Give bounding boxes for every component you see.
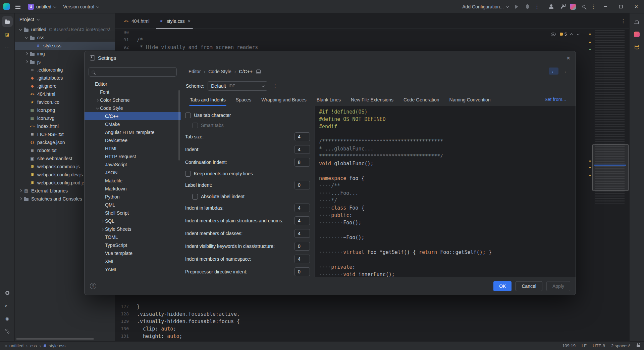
commit-tool-button[interactable]: ◉ xyxy=(2,313,13,324)
horizontal-scrollbar[interactable] xyxy=(16,338,94,340)
settings-tree-item[interactable]: HTTP Request xyxy=(85,152,181,161)
settings-search-box[interactable] xyxy=(89,67,177,77)
settings-tree-item[interactable]: TypeScript xyxy=(85,241,181,249)
breadcrumb-project[interactable]: untitled xyxy=(9,343,23,348)
chevron-down-icon[interactable] xyxy=(96,106,99,109)
number-field[interactable] xyxy=(294,145,310,154)
breadcrumb-editor[interactable]: Editor xyxy=(189,69,201,74)
settings-tree-item[interactable]: Devicetree xyxy=(85,136,181,144)
ok-button[interactable]: OK xyxy=(493,281,512,291)
maximize-button[interactable] xyxy=(613,0,629,13)
lock-icon[interactable] xyxy=(637,345,640,347)
scroll-mark[interactable] xyxy=(589,49,591,50)
close-window-button[interactable]: × xyxy=(629,0,644,13)
scroll-mark[interactable] xyxy=(589,175,591,176)
editor-tab-style.css[interactable]: #style.css× xyxy=(154,13,195,29)
inspections-widget[interactable]: 5 xyxy=(551,32,579,37)
warnings-badge[interactable]: 5 xyxy=(560,32,567,37)
settings-tree-item[interactable]: XML xyxy=(85,257,181,265)
help-button[interactable]: ? xyxy=(90,283,96,289)
cancel-button[interactable]: Cancel xyxy=(516,281,542,291)
sidebar-scrollbar[interactable] xyxy=(178,90,180,161)
project-tree-item[interactable]: #style.css xyxy=(15,42,115,50)
run-button[interactable] xyxy=(511,2,522,12)
forward-arrow-button[interactable]: → xyxy=(560,68,568,75)
project-tree-item[interactable]: css xyxy=(15,34,115,42)
settings-tree-item[interactable]: Style Sheets xyxy=(85,225,181,233)
settings-tree-item[interactable]: YAML xyxy=(85,265,181,273)
checkbox[interactable] xyxy=(185,171,191,177)
database-tool-button[interactable] xyxy=(632,42,642,52)
chevron-down-icon[interactable] xyxy=(19,28,22,31)
number-field[interactable] xyxy=(294,181,310,189)
settings-tree-item[interactable]: Font xyxy=(85,88,181,96)
chevron-right-icon[interactable] xyxy=(101,228,103,230)
git-tool-button[interactable] xyxy=(2,326,13,337)
number-field[interactable] xyxy=(294,255,310,263)
settings-tab-blank-lines[interactable]: Blank Lines xyxy=(313,97,344,106)
settings-tree-item[interactable]: Makefile xyxy=(85,177,181,185)
number-field[interactable] xyxy=(294,158,310,167)
settings-tree-item[interactable]: Markdown xyxy=(85,185,181,193)
checkbox[interactable] xyxy=(192,123,198,128)
settings-tree-item[interactable]: JavaScript xyxy=(85,161,181,169)
terminal-tool-button[interactable]: >_ xyxy=(2,300,13,311)
tab-options-button[interactable]: ⋮ xyxy=(621,18,629,24)
highlighting-eye-icon[interactable] xyxy=(551,33,556,36)
settings-tree-item[interactable]: Vue template xyxy=(85,249,181,257)
minimap-viewport[interactable] xyxy=(592,144,629,191)
chevron-right-icon[interactable] xyxy=(19,198,21,200)
line-separator[interactable]: LF xyxy=(579,343,590,348)
chevron-down-icon[interactable] xyxy=(25,36,28,39)
scheme-indicator-icon[interactable] xyxy=(256,70,261,74)
editor-tab-404.html[interactable]: <>404.html xyxy=(119,13,154,29)
chevron-right-icon[interactable] xyxy=(25,60,28,63)
minimap[interactable] xyxy=(592,29,629,204)
breadcrumb-code-style[interactable]: Code Style xyxy=(208,69,231,74)
scheme-select[interactable]: Default IDE xyxy=(208,81,267,91)
settings-tree-item[interactable]: CMake xyxy=(85,120,181,128)
settings-tree-item[interactable]: SQL xyxy=(85,217,181,225)
set-from-link[interactable]: Set from... xyxy=(544,97,566,102)
settings-tab-naming-convention[interactable]: Naming Convention xyxy=(446,97,494,106)
number-field[interactable] xyxy=(294,216,310,225)
ai-assistant-button[interactable] xyxy=(568,2,578,12)
settings-tree-item[interactable]: QML xyxy=(85,201,181,209)
settings-tree-item[interactable]: Python xyxy=(85,193,181,201)
chevron-right-icon[interactable] xyxy=(19,189,21,192)
settings-tree-item[interactable]: Shell Script xyxy=(85,209,181,217)
minimize-button[interactable] xyxy=(598,0,613,13)
chevron-right-icon[interactable] xyxy=(96,99,98,101)
breadcrumb-folder[interactable]: css xyxy=(30,343,37,348)
settings-tab-tabs-and-indents[interactable]: Tabs and Indents xyxy=(186,97,229,106)
scheme-actions-button[interactable]: ⋮ xyxy=(271,83,279,89)
number-field[interactable] xyxy=(294,267,310,276)
indent-style[interactable]: 2 spaces* xyxy=(608,343,633,348)
debug-button[interactable] xyxy=(522,2,533,12)
more-tool-windows-button[interactable]: ⋯ xyxy=(2,42,13,52)
search-everywhere-button[interactable] xyxy=(578,2,589,12)
more-run-options-button[interactable]: ⋮ xyxy=(533,4,541,9)
settings-tree-item[interactable]: TOML xyxy=(85,233,181,241)
back-arrow-button[interactable]: ← xyxy=(549,68,558,75)
scroll-mark[interactable] xyxy=(589,161,591,162)
main-menu-button[interactable] xyxy=(12,2,23,12)
settings-tree-item[interactable]: Code Style xyxy=(85,104,181,112)
settings-tree-item[interactable]: Editor xyxy=(85,80,181,88)
scroll-mark[interactable] xyxy=(589,167,591,168)
settings-tree-item[interactable]: HTML xyxy=(85,144,181,152)
run-configuration-selector[interactable]: Add Configuration... xyxy=(459,2,511,12)
settings-tree-item[interactable]: Angular HTML template xyxy=(85,128,181,136)
chevron-right-icon[interactable] xyxy=(25,52,28,55)
project-tree-item[interactable]: untitledC:\Users\User\CLionProjects\ xyxy=(15,26,115,34)
services-tool-button[interactable] xyxy=(2,288,13,298)
settings-search-input[interactable] xyxy=(97,69,174,75)
ai-chat-tool-button[interactable] xyxy=(632,29,642,40)
file-encoding[interactable]: UTF-8 xyxy=(590,343,608,348)
project-panel-header[interactable]: Project xyxy=(15,13,115,26)
breadcrumb-c-cpp[interactable]: C/C++ xyxy=(239,69,252,74)
settings-tab-spaces[interactable]: Spaces xyxy=(232,97,255,106)
apply-button[interactable]: Apply xyxy=(546,281,570,291)
settings-tab-wrapping-and-braces[interactable]: Wrapping and Braces xyxy=(258,97,310,106)
code-with-me-button[interactable] xyxy=(546,2,557,12)
